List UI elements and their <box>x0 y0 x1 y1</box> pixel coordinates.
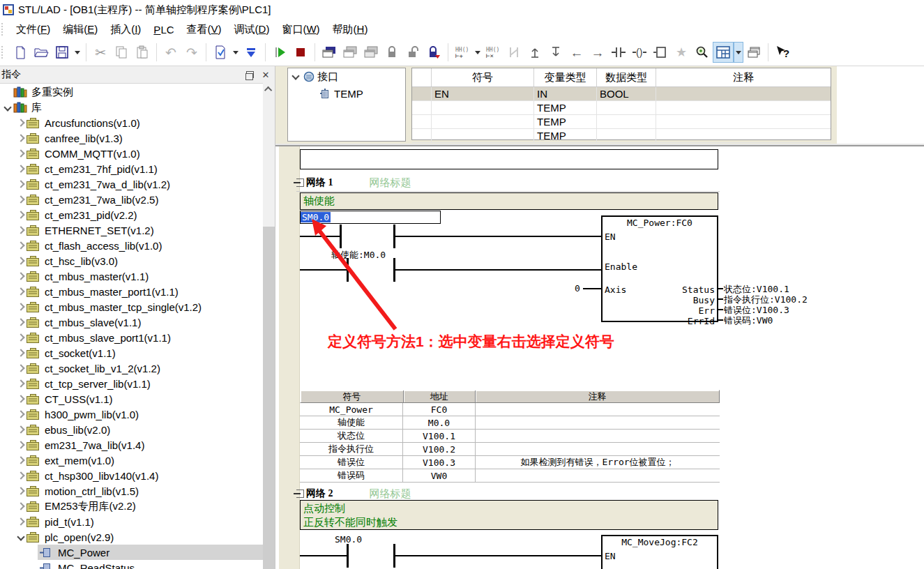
var-type-cell[interactable]: TEMP <box>534 115 597 128</box>
symbol-cell[interactable]: 轴使能 <box>300 416 403 429</box>
copy-button[interactable] <box>111 42 132 63</box>
favorites-button[interactable]: ★ <box>671 42 692 63</box>
tree-item[interactable]: ct_em231_7wa_lib(v2.5) <box>0 192 263 207</box>
insert-box-button[interactable] <box>650 42 671 63</box>
chevron-icon[interactable] <box>15 501 26 512</box>
data-type-cell[interactable]: BOOL <box>597 87 656 100</box>
menu-item[interactable]: PLC <box>147 24 180 36</box>
data-type-cell[interactable] <box>597 129 656 142</box>
comment-cell[interactable] <box>476 403 720 416</box>
compile-button[interactable] <box>210 42 231 63</box>
insert-contact-button[interactable] <box>608 42 629 63</box>
lock-open-button[interactable] <box>402 42 423 63</box>
var-type-cell[interactable]: TEMP <box>534 101 597 114</box>
chevron-icon[interactable] <box>15 531 26 543</box>
chevron-icon[interactable] <box>15 255 26 266</box>
tree-item[interactable]: ext_mem(v1.0) <box>0 453 263 468</box>
symbol-table-row[interactable]: MC_Power FC0 <box>300 403 720 416</box>
tree-item[interactable]: ct_mbus_slave(v1.1) <box>0 314 263 330</box>
address-cell[interactable]: FC0 <box>403 403 476 416</box>
insert-symbol-dropdown[interactable] <box>473 42 483 63</box>
var-type-cell[interactable]: IN <box>534 87 597 100</box>
new-file-button[interactable] <box>10 42 31 63</box>
cascade-windows-button[interactable] <box>743 42 764 63</box>
chevron-icon[interactable] <box>15 439 26 450</box>
tree-item[interactable]: ct_em231_7hf_pid(v1.1) <box>0 161 263 176</box>
symbol-cell[interactable] <box>432 115 534 128</box>
symbol-table-row[interactable]: 指令执行位 V100.2 <box>300 443 720 456</box>
tree-item[interactable]: ct_socket_lib_v1_2(v1.2) <box>0 361 263 376</box>
symbol-table-row[interactable]: 错误码 VW0 <box>300 469 720 483</box>
contact-left-leg[interactable] <box>340 225 342 248</box>
address-cell[interactable]: M0.0 <box>403 416 476 429</box>
tree-item[interactable]: Arcusfunctions(v1.0) <box>0 115 263 130</box>
chevron-icon[interactable] <box>15 209 26 220</box>
variable-row[interactable]: EN IN BOOL <box>412 87 831 101</box>
row-handle[interactable] <box>412 87 432 100</box>
tree-item[interactable]: CT_USS(v1.1) <box>0 391 263 407</box>
chevron-icon[interactable] <box>15 179 26 190</box>
menu-item[interactable]: 查看(V) <box>181 23 228 36</box>
symbol-cell[interactable]: EN <box>432 87 534 100</box>
column-header[interactable]: 变量类型 <box>534 68 597 86</box>
variable-row[interactable]: TEMP <box>412 101 831 115</box>
run-button[interactable] <box>269 42 290 63</box>
comment-cell[interactable] <box>476 430 720 442</box>
insert-line-right-button[interactable]: → <box>587 42 608 63</box>
cut-button[interactable]: ✂ <box>90 42 111 63</box>
comment-cell[interactable] <box>476 443 720 455</box>
menu-item[interactable]: 编辑(E) <box>56 23 104 36</box>
symbol-table-row[interactable]: 状态位 V100.1 <box>300 430 720 443</box>
comment-cell[interactable] <box>476 416 720 429</box>
tree-item[interactable]: ct_mbus_master_port1(v1.1) <box>0 284 263 299</box>
symbol-cell[interactable] <box>432 101 534 114</box>
menu-item[interactable]: 文件(F) <box>10 23 56 36</box>
symbol-cell[interactable] <box>432 129 534 142</box>
chevron-icon[interactable] <box>15 117 26 128</box>
chevron-icon[interactable] <box>15 132 26 144</box>
chevron-icon[interactable] <box>15 332 26 343</box>
save-dropdown[interactable] <box>73 42 82 63</box>
toggle-contact-button[interactable] <box>503 42 524 63</box>
chevron-icon[interactable] <box>15 470 26 481</box>
chevron-icon[interactable] <box>15 363 26 374</box>
chevron-icon[interactable] <box>1 102 13 113</box>
chevron-icon[interactable] <box>15 485 26 496</box>
selected-operand[interactable]: SM0.0 <box>301 212 331 222</box>
chevron-icon[interactable] <box>15 271 26 282</box>
symbol-table-row[interactable]: 轴使能 M0.0 <box>300 416 720 430</box>
mc-movejog-block[interactable]: MC_MoveJog:FC2 EN <box>601 535 718 569</box>
network2-comment-bar[interactable]: 点动控制 正反转不能同时触发 <box>300 500 718 530</box>
compile-dropdown[interactable] <box>231 42 241 63</box>
errid-link[interactable]: 错误码:VW0 <box>724 314 773 327</box>
tree-item[interactable]: MC_Power <box>0 545 263 560</box>
download-block-button[interactable] <box>340 42 361 63</box>
tree-item[interactable]: pid_t(v1.1) <box>0 514 263 529</box>
tree-item[interactable]: COMM_MQTT(v1.0) <box>0 146 263 161</box>
data-type-cell[interactable] <box>597 101 656 114</box>
download-button[interactable] <box>241 42 262 63</box>
undo-button[interactable]: ↶ <box>160 42 181 63</box>
contact-left-leg[interactable] <box>347 258 349 282</box>
open-file-button[interactable] <box>31 42 52 63</box>
menu-item[interactable]: 帮助(H) <box>326 23 374 36</box>
tree-item[interactable]: em231_7wa_lib(v1.4) <box>0 437 263 453</box>
network2-title-placeholder[interactable]: 网络标题 <box>370 487 411 501</box>
variable-row[interactable]: TEMP <box>412 115 831 129</box>
tree-item[interactable]: ct_tcp_server_lib(v1.1) <box>0 376 263 391</box>
insert-symbol-button[interactable]: HH()⊢+ <box>452 42 473 63</box>
network-collapse-icon[interactable] <box>296 490 304 498</box>
network1-title-placeholder[interactable]: 网络标题 <box>370 176 411 190</box>
chevron-icon[interactable] <box>15 409 26 420</box>
comment-cell[interactable]: 如果检测到有错误，Error位被置位； <box>476 456 720 469</box>
tree-item[interactable]: ct_hsc_lib(v3.0) <box>0 253 263 268</box>
data-type-cell[interactable] <box>597 115 656 128</box>
row-handle[interactable] <box>412 129 432 142</box>
chevron-down-icon[interactable] <box>291 72 301 82</box>
menu-item[interactable]: 插入(I) <box>104 23 147 36</box>
comment-cell[interactable] <box>656 115 831 128</box>
scrollbar-up-button[interactable] <box>263 83 275 95</box>
chevron-icon[interactable] <box>28 547 40 558</box>
variable-row[interactable]: TEMP <box>412 129 831 143</box>
contact-left-leg[interactable] <box>347 544 349 568</box>
